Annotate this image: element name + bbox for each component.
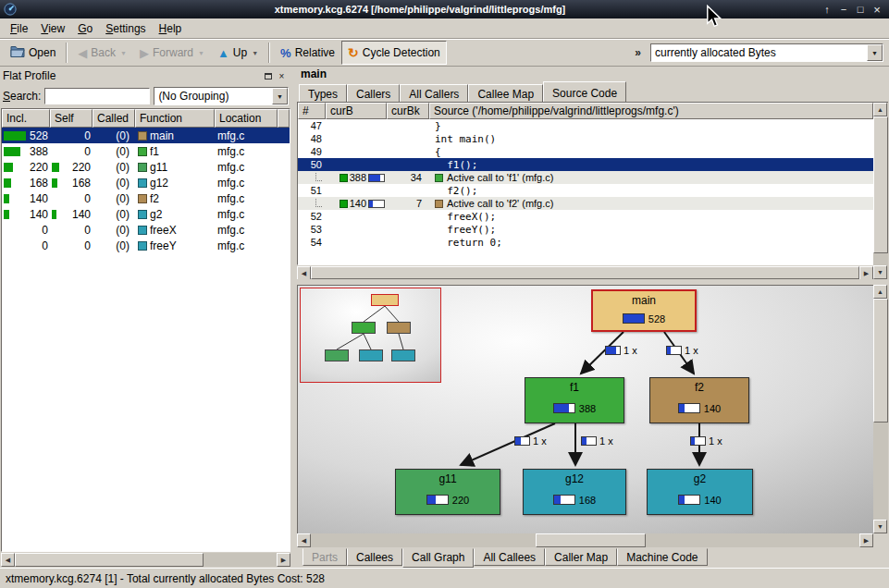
scroll-up-icon[interactable]: ▲ xyxy=(873,103,887,116)
event-type-select[interactable]: currently allocated Bytes ▼ xyxy=(650,43,883,62)
tab-callee-map[interactable]: Callee Map xyxy=(468,84,543,102)
tab-all-callers[interactable]: All Callers xyxy=(400,84,468,102)
tab-parts[interactable]: Parts xyxy=(303,548,347,566)
column-header-function[interactable]: Function xyxy=(135,109,215,128)
shade-button[interactable]: ↑ xyxy=(819,2,835,17)
minimize-button[interactable]: − xyxy=(835,2,852,17)
tab-all-callees[interactable]: All Callees xyxy=(474,548,545,566)
scrollbar-thumb[interactable] xyxy=(536,533,646,547)
column-header-curb[interactable]: curB xyxy=(326,103,387,119)
toolbar-overflow-button[interactable]: » xyxy=(629,46,647,59)
graph-node-main[interactable]: main 528 xyxy=(591,289,697,332)
grouping-dropdown-icon[interactable]: ▼ xyxy=(272,88,288,104)
active-call-row[interactable]: 140 7 Active call to 'f2' (mfg.c) xyxy=(298,197,873,210)
tab-caller-map[interactable]: Caller Map xyxy=(545,548,617,566)
titlebar[interactable]: xtmemory.kcg.6274 [/home/philippe/valgri… xyxy=(0,0,889,18)
source-vertical-scrollbar[interactable]: ▲ ▼ xyxy=(873,103,888,279)
open-button[interactable]: Open xyxy=(4,41,62,65)
scrollbar-thumb[interactable] xyxy=(873,299,888,423)
flat-profile-horizontal-scrollbar[interactable]: ◀ ▶ xyxy=(1,553,290,567)
source-line-selected[interactable]: 50 f1(); xyxy=(298,158,873,171)
cycle-detection-toggle-button[interactable]: ↻ Cycle Detection xyxy=(341,41,447,65)
cost-bar-icon xyxy=(340,200,348,208)
table-row-freeY[interactable]: 0 0 (0) freeY mfg.c xyxy=(2,238,290,253)
scroll-right-icon[interactable]: ▶ xyxy=(277,553,290,567)
relative-toggle-button[interactable]: % Relative xyxy=(274,41,341,65)
table-row-g11[interactable]: 220 220 (0) g11 mfg.c xyxy=(2,159,290,175)
scroll-left-icon[interactable]: ◀ xyxy=(297,266,311,280)
forward-button[interactable]: ▶ Forward ▼ xyxy=(133,41,211,65)
tab-callers[interactable]: Callers xyxy=(347,84,400,102)
source-line[interactable]: 52 freeX(); xyxy=(298,210,873,223)
grouping-select[interactable]: (No Grouping) ▼ xyxy=(154,87,289,105)
column-header-called[interactable]: Called xyxy=(93,109,135,128)
table-row-g12[interactable]: 168 168 (0) g12 mfg.c xyxy=(2,175,290,190)
close-dock-button[interactable]: × xyxy=(275,69,289,82)
graph-node-f2[interactable]: f2 140 xyxy=(649,377,749,423)
graph-node-f1[interactable]: f1 388 xyxy=(525,377,624,423)
tab-callees[interactable]: Callees xyxy=(347,548,402,566)
scroll-down-icon[interactable]: ▼ xyxy=(873,520,887,533)
table-row-main[interactable]: 528 0 (0) main mfg.c xyxy=(2,128,290,143)
scroll-right-icon[interactable]: ▶ xyxy=(859,533,873,547)
search-input[interactable] xyxy=(44,88,150,104)
menu-settings[interactable]: Settings xyxy=(99,20,152,37)
graph-horizontal-scrollbar[interactable]: ◀ ▶ xyxy=(297,533,873,547)
graph-pane-tabs: Parts Callees Call Graph All Callees Cal… xyxy=(297,548,888,568)
table-row-f2[interactable]: 140 0 (0) f2 mfg.c xyxy=(2,190,290,206)
table-row-freeX[interactable]: 0 0 (0) freeX mfg.c xyxy=(2,222,290,238)
source-horizontal-scrollbar[interactable]: ◀ ▶ xyxy=(297,266,873,279)
column-header-curbk[interactable]: curBk xyxy=(387,103,429,119)
graph-node-g11[interactable]: g11 220 xyxy=(395,469,500,515)
graph-overview-minimap[interactable] xyxy=(300,288,441,383)
scrollbar-thumb[interactable] xyxy=(873,116,888,253)
float-dock-button[interactable] xyxy=(261,69,275,82)
graph-node-g12[interactable]: g12 168 xyxy=(523,469,626,515)
source-line[interactable]: 54 return 0; xyxy=(298,236,873,249)
self-cost-bar xyxy=(52,210,68,219)
source-line[interactable]: 49{ xyxy=(298,145,873,158)
up-button[interactable]: ▲ Up ▼ xyxy=(211,41,265,65)
active-call-row[interactable]: 388 34 Active call to 'f1' (mfg.c) xyxy=(298,171,873,184)
back-button[interactable]: ◀ Back ▼ xyxy=(71,41,133,65)
cost-percent-bar-icon xyxy=(368,200,385,208)
call-graph-viewport[interactable]: 1 x 1 x 1 x 1 x xyxy=(297,285,873,533)
column-header-incl[interactable]: Incl. xyxy=(2,109,50,128)
scrollbar-thumb[interactable] xyxy=(311,266,859,279)
scrollbar-thumb[interactable] xyxy=(15,553,204,567)
column-header-self[interactable]: Self xyxy=(50,109,93,128)
source-line[interactable]: 53 freeY(); xyxy=(298,223,873,236)
column-header-source[interactable]: Source ('/home/philippe/valgrind/littlep… xyxy=(429,103,873,119)
menu-go[interactable]: Go xyxy=(71,20,99,37)
column-header-location[interactable]: Location xyxy=(215,109,278,128)
tab-machine-code[interactable]: Machine Code xyxy=(617,548,707,566)
graph-vertical-scrollbar[interactable]: ▲ ▼ xyxy=(873,285,888,533)
back-arrow-icon: ◀ xyxy=(78,47,87,59)
table-row-g2[interactable]: 140 140 (0) g2 mfg.c xyxy=(2,206,290,222)
menu-file[interactable]: File xyxy=(4,20,34,37)
flat-profile-header[interactable]: Flat Profile × xyxy=(1,67,290,84)
tab-call-graph[interactable]: Call Graph xyxy=(402,548,474,568)
source-line[interactable]: 48int main() xyxy=(298,132,873,145)
source-code-table: # curB curBk Source ('/home/philippe/val… xyxy=(297,103,873,265)
menu-help[interactable]: Help xyxy=(153,20,189,37)
scroll-down-icon[interactable]: ▼ xyxy=(873,265,887,279)
scroll-up-icon[interactable]: ▲ xyxy=(873,285,887,299)
scroll-right-icon[interactable]: ▶ xyxy=(859,266,873,280)
scroll-left-icon[interactable]: ◀ xyxy=(297,533,311,547)
tab-source-code[interactable]: Source Code xyxy=(543,81,626,102)
table-row-f1[interactable]: 388 0 (0) f1 mfg.c xyxy=(2,143,290,159)
cost-percent-bar-icon xyxy=(690,436,706,446)
close-button[interactable]: × xyxy=(869,2,885,17)
source-line[interactable]: 47} xyxy=(298,119,873,132)
graph-node-g2[interactable]: g2 140 xyxy=(647,469,753,515)
scroll-left-icon[interactable]: ◀ xyxy=(1,553,15,567)
self-cost-bar xyxy=(52,178,68,188)
menu-view[interactable]: View xyxy=(34,20,71,37)
event-type-dropdown-icon[interactable]: ▼ xyxy=(867,44,883,61)
cycle-icon: ↻ xyxy=(348,46,359,59)
column-header-line[interactable]: # xyxy=(298,103,326,119)
maximize-button[interactable]: □ xyxy=(852,2,869,17)
source-line[interactable]: 51 f2(); xyxy=(298,184,873,197)
tab-types[interactable]: Types xyxy=(299,84,347,102)
